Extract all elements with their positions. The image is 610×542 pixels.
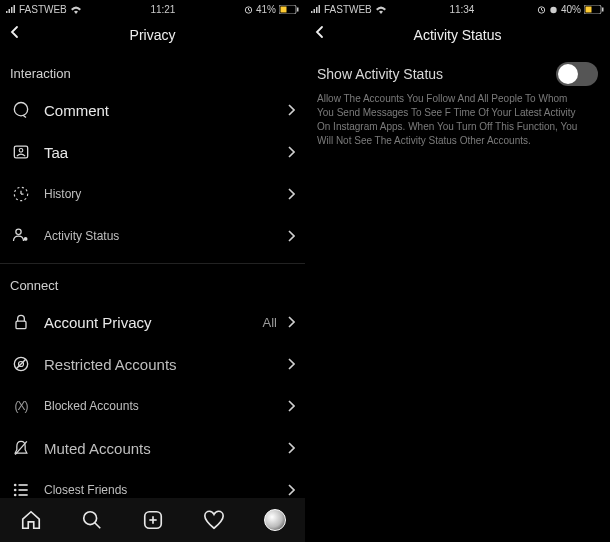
comment-icon — [10, 99, 32, 121]
chevron-right-icon — [287, 484, 295, 496]
toggle-activity-status[interactable] — [556, 62, 598, 86]
chevron-right-icon — [287, 146, 295, 158]
svg-point-10 — [19, 149, 23, 153]
wifi-icon — [375, 5, 387, 14]
wifi-icon — [70, 5, 82, 14]
svg-rect-1 — [9, 9, 11, 13]
carrier-label: FASTWEB — [324, 4, 372, 15]
signal-icon — [311, 5, 321, 13]
tag-icon — [10, 141, 32, 163]
alarm-icon — [537, 5, 546, 14]
svg-rect-7 — [297, 7, 299, 11]
header: Activity Status — [305, 18, 610, 52]
chevron-right-icon — [287, 358, 295, 370]
svg-rect-14 — [16, 321, 26, 329]
row-account-privacy[interactable]: Account Privacy All — [0, 301, 305, 343]
phone-right: FASTWEB 11:34 40% Activity Status Show A… — [305, 0, 610, 542]
carrier-label: FASTWEB — [19, 4, 67, 15]
svg-point-23 — [14, 494, 17, 497]
svg-point-12 — [16, 229, 21, 234]
svg-rect-39 — [586, 6, 592, 12]
row-label: Account Privacy — [44, 314, 263, 331]
svg-point-27 — [83, 512, 96, 525]
svg-rect-0 — [6, 11, 8, 13]
back-button[interactable] — [313, 25, 333, 45]
section-header-connect: Connect — [0, 264, 305, 301]
svg-rect-34 — [316, 7, 318, 13]
row-restricted-accounts[interactable]: Restricted Accounts — [0, 343, 305, 385]
list-icon — [10, 479, 32, 498]
battery-percent: 41% — [256, 4, 276, 15]
setting-description: Allow The Accounts You Follow And All Pe… — [317, 92, 598, 148]
row-label: Activity Status — [44, 229, 287, 243]
svg-rect-40 — [602, 7, 604, 11]
alarm-icon — [244, 5, 253, 14]
row-label: Comment — [44, 102, 287, 119]
row-muted-accounts[interactable]: Muted Accounts — [0, 427, 305, 469]
settings-list: Interaction Comment Taa History — [0, 52, 305, 498]
nav-home[interactable] — [19, 508, 43, 532]
bottom-nav — [0, 498, 305, 542]
avatar — [264, 509, 286, 531]
svg-rect-24 — [19, 494, 28, 496]
chevron-right-icon — [287, 442, 295, 454]
svg-rect-32 — [311, 11, 313, 13]
back-button[interactable] — [8, 25, 28, 45]
svg-point-19 — [14, 484, 17, 487]
activity-status-icon — [10, 225, 32, 247]
nav-search[interactable] — [80, 508, 104, 532]
svg-rect-6 — [281, 6, 287, 12]
nav-profile[interactable] — [263, 508, 287, 532]
row-value: All — [263, 315, 277, 330]
svg-point-21 — [14, 489, 17, 492]
row-label: Muted Accounts — [44, 440, 287, 457]
row-blocked-accounts[interactable]: (X) Blocked Accounts — [0, 385, 305, 427]
clock: 11:21 — [150, 4, 175, 15]
svg-point-8 — [14, 103, 27, 116]
svg-rect-20 — [19, 484, 28, 486]
blocked-icon: (X) — [10, 395, 32, 417]
phone-left: FASTWEB 11:21 41% Privacy Interaction Co… — [0, 0, 305, 542]
chevron-right-icon — [287, 316, 295, 328]
alarm-icon-2 — [549, 5, 558, 14]
svg-rect-22 — [19, 489, 28, 491]
restricted-icon — [10, 353, 32, 375]
page-title: Activity Status — [414, 27, 502, 43]
chevron-right-icon — [287, 230, 295, 242]
svg-rect-2 — [11, 7, 13, 13]
header: Privacy — [0, 18, 305, 52]
row-history[interactable]: History — [0, 173, 305, 215]
row-activity-status[interactable]: Activity Status — [0, 215, 305, 257]
battery-percent: 40% — [561, 4, 581, 15]
toggle-knob — [558, 64, 578, 84]
setting-block: Show Activity Status Allow The Accounts … — [305, 52, 610, 152]
battery-icon — [279, 5, 299, 14]
row-label: Closest Friends — [44, 483, 287, 497]
svg-rect-33 — [314, 9, 316, 13]
svg-rect-3 — [14, 5, 16, 13]
settings-content: Show Activity Status Allow The Accounts … — [305, 52, 610, 542]
svg-rect-35 — [319, 5, 321, 13]
row-tag[interactable]: Taa — [0, 131, 305, 173]
signal-icon — [6, 5, 16, 13]
status-bar: FASTWEB 11:21 41% — [0, 0, 305, 18]
svg-line-28 — [94, 523, 100, 529]
section-header-interaction: Interaction — [0, 52, 305, 89]
chevron-right-icon — [287, 188, 295, 200]
battery-icon — [584, 5, 604, 14]
row-label: Blocked Accounts — [44, 399, 287, 413]
nav-add[interactable] — [141, 508, 165, 532]
row-label: Restricted Accounts — [44, 356, 287, 373]
nav-activity[interactable] — [202, 508, 226, 532]
clock: 11:34 — [449, 4, 474, 15]
row-comment[interactable]: Comment — [0, 89, 305, 131]
status-bar: FASTWEB 11:34 40% — [305, 0, 610, 18]
row-closest-friends[interactable]: Closest Friends — [0, 469, 305, 498]
chevron-right-icon — [287, 400, 295, 412]
chevron-right-icon — [287, 104, 295, 116]
svg-line-17 — [16, 359, 26, 369]
svg-point-37 — [550, 6, 556, 12]
page-title: Privacy — [130, 27, 176, 43]
svg-point-13 — [24, 237, 28, 241]
row-label: Taa — [44, 144, 287, 161]
